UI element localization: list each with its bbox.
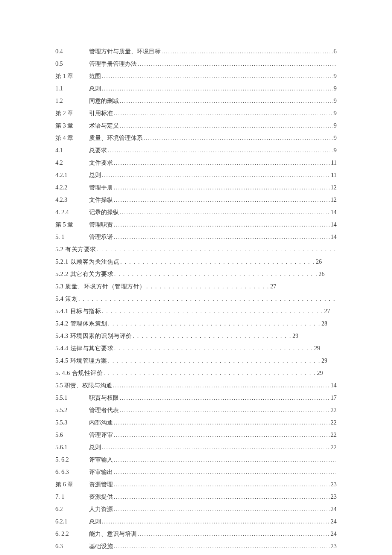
toc-number: 6. 6.3 [55,469,89,475]
toc-entry: 6.2.1总则 ................................… [55,519,337,525]
toc-title: 能力、意识与培训 [89,531,137,537]
toc-leader: ........................................… [114,543,330,549]
toc-leader: ........................................… [120,98,333,104]
toc-leader: ........................................… [114,420,330,425]
toc-entry: 第 4 章质量、环境管理体系 .........................… [55,135,337,141]
toc-number: 5.5.3 [55,420,89,426]
toc-title: 同意的删减 [89,98,119,104]
toc-title: 范围 [89,73,101,79]
toc-page-number: 24 [331,531,337,537]
toc-page-number: 9 [334,73,337,79]
toc-title: 评审输出 [89,469,113,475]
toc-number: 4.2.2 [55,185,89,191]
toc-leader: ........................................… [113,383,330,388]
toc-page-number: 11 [331,160,337,166]
toc-number: 4.2 [55,160,89,166]
toc-title: 人力资源 [89,506,113,512]
toc-page-number: 22 [331,420,337,426]
toc-entry: 5.6.1总则 ................................… [55,445,337,450]
toc-page-number: 23 [331,543,337,549]
toc-page-number: 9 [334,86,337,92]
toc-title: 基础设施 [89,543,113,549]
toc-entry: 5.4.1 目标与指标 . . . . . . . . . . . . . . … [55,308,337,314]
toc-number: 第 6 章 [55,482,89,488]
toc-leader: . . . . . . . . . . . . . . . . . . . . … [102,308,323,314]
toc-number: 5. 6.2 [55,457,89,463]
toc-number: 4.2.1 [55,172,89,178]
toc-number: 4. 2.4 [55,209,89,215]
toc-title: 管理者代表 [89,407,119,413]
toc-entry: 5.4 策划. . . . . . . . . . . . . . . . . … [55,296,337,302]
toc-title: 5.5 职责、权限与沟通 [55,383,112,389]
toc-leader: ........................................… [120,395,330,401]
toc-entry: 5.2 有关方要求. . . . . . . . . . . . . . . .… [55,247,337,253]
toc-title: 5.4 策划 [55,296,78,302]
toc-page-number: 9 [334,98,337,104]
toc-entry: 5.4.2 管理体系策划 . . . . . . . . . . . . . .… [55,321,337,327]
toc-page-number: 29 [317,370,323,376]
toc-page-number: 14 [331,383,337,389]
toc-container: 0.4管理方针与质量、环境目标 ........................… [55,49,337,549]
toc-leader: ........................................… [102,519,330,524]
toc-number: 6.2.1 [55,519,89,525]
toc-leader: ........................................… [120,123,333,128]
toc-number: 5.6 [55,432,89,438]
toc-number: 5.5.1 [55,395,89,401]
toc-number: 第 1 章 [55,73,89,79]
toc-entry: 6.2人力资源 ................................… [55,506,337,512]
toc-entry: 5. 6.2评审输入 .............................… [55,457,337,463]
toc-number: 第 2 章 [55,110,89,116]
toc-title: 质量、环境管理体系 [89,135,143,141]
toc-title: 5.4.4 法律与其它要求 [55,346,113,352]
toc-page-number: 9 [334,148,337,154]
toc-entry: 第 1 章范围 ................................… [55,73,337,79]
toc-leader: ........................................… [102,172,330,178]
toc-entry: 4.2.3文件操纵 ..............................… [55,197,337,203]
toc-entry: 5.2.2 其它有关方要求 . . . . . . . . . . . . . … [55,271,337,277]
toc-page-number: 17 [331,395,337,401]
toc-entry: 4.2.2管理手册 ..............................… [55,185,337,191]
toc-number: 6. 2.2 [55,531,89,537]
toc-title: 5.3 质量、环境方针（管理方针） [55,284,146,290]
toc-page-number: 9 [334,135,337,141]
toc-page-number: 26 [316,259,322,265]
toc-leader: . . . . . . . . . . . . . . . . . . . . … [147,284,270,289]
toc-number: 1.1 [55,86,89,92]
toc-leader: ........................................… [108,148,333,153]
toc-title: 资源管理 [89,482,113,488]
toc-leader: ........................................… [120,407,330,413]
toc-leader: . . . . . . . . . . . . . . . . . . . . … [97,247,337,252]
toc-leader: ........................................… [114,110,333,116]
toc-title: 管理评审 [89,432,113,438]
toc-leader: ........................................… [161,49,333,54]
toc-entry: 5.5.2管理者代表 .............................… [55,407,337,413]
toc-title: 5.2 有关方要求 [55,247,96,253]
toc-entry: 第 6 章资源管理 ..............................… [55,482,337,488]
toc-page-number: 12 [331,197,337,203]
toc-title: 管理承诺 [89,234,113,240]
toc-entry: 4.2.1总则 ................................… [55,172,337,178]
toc-number: 6.3 [55,543,89,549]
toc-leader: ........................................… [138,531,330,537]
toc-leader: . . . . . . . . . . . . . . . . . . . . … [78,296,337,302]
toc-number: 5. 1 [55,234,89,240]
toc-page-number: 27 [324,308,330,314]
toc-title: 5.4.2 管理体系策划 [55,321,107,327]
toc-leader: ........................................… [114,185,330,190]
toc-entry: 第 5 章管理职责 ..............................… [55,222,337,228]
toc-title: 5.2.1 以顾客为关注焦点 [55,259,120,265]
toc-page-number: 6 [334,49,337,55]
toc-page-number: 9 [334,123,337,129]
toc-number: 0.5 [55,61,89,67]
toc-page-number: 22 [331,407,337,413]
toc-page-number: 14 [331,234,337,240]
toc-leader: ........................................… [114,160,330,166]
toc-number: 第 4 章 [55,135,89,141]
toc-page-number: 27 [270,284,276,290]
toc-number: 7. 1 [55,494,89,500]
toc-leader: . . . . . . . . . . . . . . . . . . . . … [104,370,316,376]
toc-title: 5.4.5 环境管理方案 [55,358,107,364]
toc-leader: . . . . . . . . . . . . . . . . . . . . … [108,321,321,326]
toc-page-number: 29 [292,333,298,339]
toc-title: 职责与权限 [89,395,119,401]
